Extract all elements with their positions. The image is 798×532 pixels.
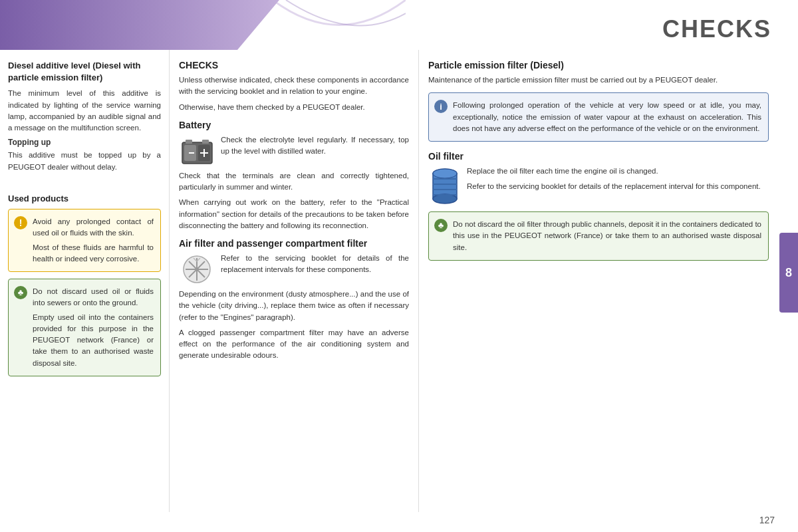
oil-filter-title: Oil filter xyxy=(428,151,769,162)
eco-icon-2: ♣ xyxy=(434,219,448,232)
particle-filter-title: Particle emission filter (Diesel) xyxy=(428,60,769,70)
battery-image xyxy=(179,134,215,168)
left-column: Diesel additive level (Diesel with parti… xyxy=(0,50,170,512)
warning-line1: Avoid any prolonged contact of used oil … xyxy=(33,216,154,239)
eco-line1: Do not discard used oil or fluids into s… xyxy=(33,286,154,309)
battery-section: Check the electrolyte level regularly. I… xyxy=(179,134,409,170)
topping-up-heading: Topping up xyxy=(8,138,161,147)
air-filter-image xyxy=(179,253,215,286)
eco-box-oil-filter: ♣ Do not discard the oil filter through … xyxy=(428,211,769,261)
oil-filter-section: Replace the oil filter each time the eng… xyxy=(428,166,769,205)
chapter-tab: 8 xyxy=(779,233,798,313)
oil-filter-image xyxy=(428,166,462,202)
svg-point-18 xyxy=(433,169,457,178)
checks-title: CHECKS xyxy=(179,60,409,70)
svg-rect-2 xyxy=(202,140,209,144)
info-icon: i xyxy=(434,100,448,113)
air-filter-body3: A clogged passenger compartment filter m… xyxy=(179,327,409,362)
page-number: 127 xyxy=(759,515,775,525)
eco-line2: Empty used oil into the containers provi… xyxy=(33,312,154,369)
header-stripe-light xyxy=(0,0,279,50)
battery-title: Battery xyxy=(179,120,409,130)
right-column: Particle emission filter (Diesel) Mainte… xyxy=(419,50,778,512)
diesel-additive-body: The minimum level of this additive is in… xyxy=(8,88,161,134)
page-header: CHECKS xyxy=(0,0,798,50)
warning-box-fluids: ! Avoid any prolonged contact of used oi… xyxy=(8,209,161,272)
topping-up-body: This additive must be topped up by a PEU… xyxy=(8,150,161,173)
oil-filter-body2: Refer to the servicing booklet for detai… xyxy=(428,181,769,192)
page-title: CHECKS xyxy=(662,15,798,50)
mid-column: CHECKS Unless otherwise indicated, check… xyxy=(170,50,419,512)
used-products-title: Used products xyxy=(8,193,161,205)
oil-filter-body1: Replace the oil filter each time the eng… xyxy=(428,166,769,177)
info-text: Following prolonged operation of the veh… xyxy=(453,100,761,134)
warning-icon: ! xyxy=(14,216,27,229)
air-filter-section: Refer to the servicing booklet for detai… xyxy=(179,253,409,289)
eco-box-disposal: ♣ Do not discard used oil or fluids into… xyxy=(8,279,161,376)
checks-body2: Otherwise, have them checked by a PEUGEO… xyxy=(179,102,409,113)
air-filter-title: Air filter and passenger compartment fil… xyxy=(179,238,409,249)
battery-body3: When carrying out work on the battery, r… xyxy=(179,197,409,231)
diesel-additive-title: Diesel additive level (Diesel with parti… xyxy=(8,60,161,84)
info-box-vapour: i Following prolonged operation of the v… xyxy=(428,92,769,142)
eco-icon: ♣ xyxy=(14,286,27,299)
svg-point-17 xyxy=(433,194,457,203)
eco-box2-text: Do not discard the oil filter through pu… xyxy=(453,219,761,253)
battery-body2: Check that the terminals are clean and c… xyxy=(179,170,409,194)
svg-rect-1 xyxy=(186,140,192,144)
checks-body1: Unless otherwise indicated, check these … xyxy=(179,74,409,98)
air-filter-body2: Depending on the environment (dusty atmo… xyxy=(179,289,409,323)
warning-line2: Most of these fluids are harmful to heal… xyxy=(33,242,154,265)
main-content: Diesel additive level (Diesel with parti… xyxy=(0,50,778,512)
particle-filter-body: Maintenance of the particle emission fil… xyxy=(428,74,769,86)
header-curve-decoration xyxy=(273,0,406,50)
